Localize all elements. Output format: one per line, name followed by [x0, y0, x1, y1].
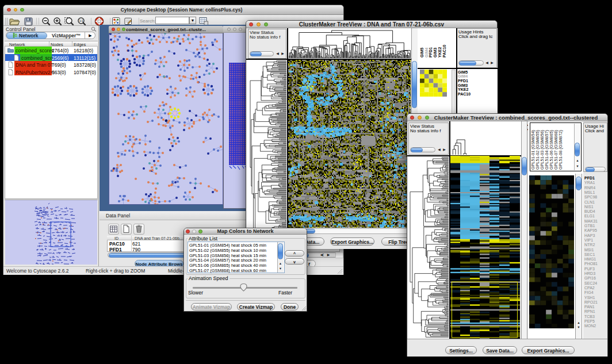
svg-text:PAC10: PAC10 [442, 45, 446, 58]
svg-text:GIM4: GIM4 [424, 48, 429, 58]
svg-text:1:1: 1:1 [79, 20, 83, 22]
svg-text:PFD1: PFD1 [429, 47, 433, 58]
svg-text:YKE2: YKE2 [438, 47, 442, 58]
svg-text:GIM3: GIM3 [433, 48, 437, 58]
svg-text:GIM5: GIM5 [420, 48, 424, 58]
svg-text:GPL51-08 (GSM872): GPL51-08 (GSM872) [558, 130, 563, 170]
